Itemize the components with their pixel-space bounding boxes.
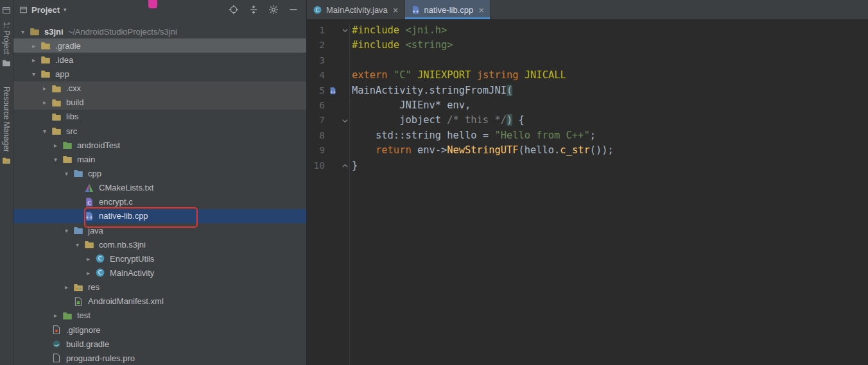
folder-icon <box>50 126 63 136</box>
chevron-down-icon[interactable]: ▾ <box>28 71 39 78</box>
code-line-2[interactable]: #include <string> <box>352 38 868 53</box>
tree-item-native-lib-cpp[interactable]: ++native-lib.cpp <box>13 209 306 223</box>
hide-icon[interactable] <box>288 4 299 15</box>
tree-item-androidmanifest-xml[interactable]: AndroidManifest.xml <box>13 294 306 309</box>
tree-item-cxx[interactable]: ▸.cxx <box>13 81 306 96</box>
code-line-4[interactable]: extern "C" JNIEXPORT jstring JNICALL <box>352 68 868 83</box>
tree-item-src[interactable]: ▾src <box>13 124 306 138</box>
gradle-icon <box>50 339 63 349</box>
tool-window-button-resource-manager[interactable]: Resource Manager <box>2 87 11 152</box>
close-tab-icon[interactable]: × <box>393 5 399 15</box>
tree-item-java[interactable]: ▾java <box>13 223 306 237</box>
chevron-right-icon[interactable]: ▸ <box>39 85 50 92</box>
chevron-right-icon[interactable]: ▸ <box>50 312 61 319</box>
chevron-down-icon[interactable]: ▾ <box>17 28 28 35</box>
tree-item-label: build <box>66 98 83 107</box>
fold-marker-icon[interactable] <box>340 117 349 124</box>
tree-item-proguard-rules-pro[interactable]: proguard-rules.pro <box>13 351 306 365</box>
chevron-down-icon[interactable]: ▾ <box>72 241 83 248</box>
c-file-icon: C <box>83 197 96 207</box>
folder-test-icon <box>61 140 74 150</box>
tree-item-label: java <box>88 226 103 235</box>
tree-item-test[interactable]: ▸test <box>13 309 306 323</box>
close-tab-icon[interactable]: × <box>478 5 484 15</box>
chevron-down-icon[interactable]: ▾ <box>39 128 50 135</box>
tree-item-label: app <box>55 69 69 79</box>
editor-tab-native-lib-cpp[interactable]: ++native-lib.cpp× <box>405 0 490 19</box>
chevron-right-icon[interactable]: ▸ <box>83 255 94 262</box>
settings-icon[interactable] <box>268 4 279 15</box>
tree-item-androidtest[interactable]: ▸androidTest <box>13 138 306 152</box>
gutter-line: 6 <box>307 98 349 113</box>
tree-item-cpp[interactable]: ▾cpp <box>13 166 306 180</box>
code-line-10[interactable]: } <box>352 158 868 173</box>
file-icon <box>50 353 63 363</box>
chevron-down-icon[interactable]: ▾ <box>61 227 72 234</box>
tree-item-com-nb-s3jni[interactable]: ▾com.nb.s3jni <box>13 237 306 251</box>
project-panel-actions <box>229 4 299 15</box>
locate-icon[interactable] <box>229 4 239 15</box>
code-line-9[interactable]: return env->NewStringUTF(hello.c_str()); <box>352 143 868 158</box>
tree-item-encrypt-c[interactable]: Cencrypt.c <box>13 195 306 209</box>
tree-item-app[interactable]: ▾app <box>13 67 306 81</box>
tree-item-label: EncryptUtils <box>110 254 154 264</box>
tool-window-button-project[interactable]: 1: Project <box>2 22 11 55</box>
tree-item-cmakelists-txt[interactable]: CMakeLists.txt <box>13 181 306 195</box>
tree-item-encryptutils[interactable]: ▸CEncryptUtils <box>13 251 306 266</box>
chevron-right-icon[interactable]: ▸ <box>61 284 72 291</box>
code-area[interactable]: #include <jni.h>#include <string>extern … <box>350 23 868 365</box>
chevron-right-icon[interactable]: ▸ <box>39 99 50 106</box>
tree-item-label: cpp <box>88 169 101 178</box>
gutter-line: 8 <box>307 128 349 143</box>
chevron-right-icon[interactable]: ▸ <box>28 42 39 49</box>
tree-item-gradle[interactable]: ▸.gradle <box>13 38 306 53</box>
tree-item-main[interactable]: ▾main <box>13 152 306 166</box>
code-line-6[interactable]: JNIEnv* env, <box>352 98 868 113</box>
folder-icon <box>39 40 52 51</box>
tree-item-idea[interactable]: ▸.idea <box>13 53 306 67</box>
tree-item-mainactivity[interactable]: ▸CMainActivity <box>13 266 306 280</box>
tree-item-label: native-lib.cpp <box>99 211 148 221</box>
project-file-tree: ▾s3jni~/AndroidStudioProjects/s3jni▸.gra… <box>13 19 306 365</box>
tree-item-s3jni[interactable]: ▾s3jni~/AndroidStudioProjects/s3jni <box>13 24 306 38</box>
tree-item-label: .gradle <box>55 41 81 51</box>
chevron-right-icon[interactable]: ▸ <box>28 56 39 64</box>
collapse-all-icon[interactable] <box>248 4 259 15</box>
tree-item-res[interactable]: ▸res <box>13 280 306 294</box>
chevron-right-icon[interactable]: ▸ <box>83 269 94 276</box>
fold-marker-icon[interactable] <box>340 27 349 34</box>
tree-item-gitignore[interactable]: .gitignore <box>13 323 306 337</box>
folder-icon[interactable] <box>2 58 11 70</box>
editor-tab-mainactivity-java[interactable]: CMainActivity.java× <box>307 0 405 19</box>
folder-res-icon <box>72 282 85 293</box>
code-line-5[interactable]: MainActivity.stringFromJNI( <box>352 83 868 98</box>
chevron-down-icon[interactable]: ▾ <box>61 170 72 177</box>
tree-item-label: proguard-rules.pro <box>66 353 135 363</box>
gutter-line: 5++ <box>307 83 349 98</box>
code-line-1[interactable]: #include <jni.h> <box>352 23 868 38</box>
chevron-right-icon[interactable]: ▸ <box>50 142 61 149</box>
editor-gutter: 12345++678910 <box>307 23 350 365</box>
code-line-8[interactable]: std::string hello = "Hello from C++"; <box>352 128 868 143</box>
tree-item-label: AndroidManifest.xml <box>88 296 164 306</box>
folder-root-icon <box>28 26 41 37</box>
tree-item-build-gradle[interactable]: build.gradle <box>13 337 306 351</box>
folder-icon <box>61 154 74 164</box>
tree-item-label: test <box>77 310 91 320</box>
related-symbol-icon[interactable]: ++ <box>325 87 340 95</box>
gutter-line: 1 <box>307 23 349 38</box>
resource-manager-icon[interactable] <box>2 156 11 167</box>
fold-marker-icon[interactable] <box>340 162 349 169</box>
line-number: 7 <box>307 113 325 128</box>
folder-icon <box>50 83 63 94</box>
tree-item-build[interactable]: ▸build <box>13 96 306 110</box>
project-view-dropdown[interactable]: Project <box>31 5 60 15</box>
chevron-down-icon[interactable]: ▾ <box>64 6 67 13</box>
svg-text:++: ++ <box>412 8 419 13</box>
gutter-line: 7 <box>307 113 349 128</box>
code-line-7[interactable]: jobject /* this */) { <box>352 113 868 128</box>
chevron-down-icon[interactable]: ▾ <box>50 156 61 163</box>
tree-item-label: androidTest <box>77 140 120 150</box>
code-line-3[interactable] <box>352 53 868 68</box>
tree-item-libs[interactable]: libs <box>13 110 306 124</box>
